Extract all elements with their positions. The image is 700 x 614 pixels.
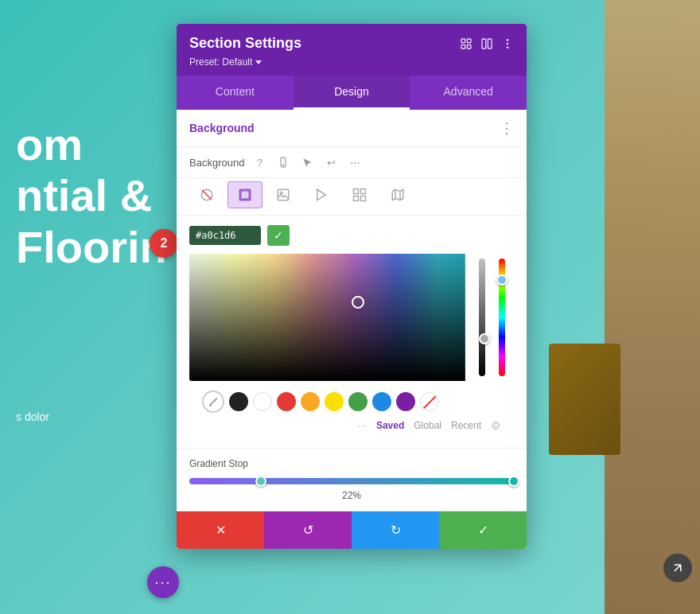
color-hex-input[interactable] xyxy=(189,226,261,245)
modal-header: Section Settings xyxy=(177,24,527,76)
wood-texture-right xyxy=(605,0,700,614)
bg-type-color[interactable] xyxy=(228,181,262,208)
more-vertical-icon[interactable] xyxy=(501,37,514,50)
gradient-stop-label: Gradient Stop xyxy=(189,458,514,469)
modal-footer: ✕ ↺ ↻ ✓ xyxy=(177,511,527,549)
svg-rect-14 xyxy=(242,192,249,199)
swatch-more-dots[interactable]: ··· xyxy=(357,419,367,432)
step-badge-2: 2 xyxy=(150,229,178,258)
swatch-red[interactable] xyxy=(277,392,296,411)
bg-type-none[interactable] xyxy=(189,181,224,208)
background-label: Background xyxy=(189,157,244,169)
redo-button[interactable]: ↻ xyxy=(352,511,439,549)
color-picker-area: ✓ xyxy=(177,216,527,448)
modal-title: Section Settings xyxy=(189,35,301,52)
background-section-title: Background xyxy=(189,122,255,134)
swatch-tab-saved[interactable]: Saved xyxy=(376,420,404,431)
bg-type-pattern[interactable] xyxy=(342,181,377,208)
color-input-row: ✓ xyxy=(189,225,514,246)
gradient-slider[interactable] xyxy=(189,476,514,487)
gradient-stop-section: Gradient Stop 22% xyxy=(177,448,527,511)
svg-rect-4 xyxy=(482,39,486,49)
tab-advanced[interactable]: Advanced xyxy=(410,76,527,110)
swatch-green[interactable] xyxy=(348,392,368,411)
undo-icon[interactable]: ↩ xyxy=(322,154,340,171)
svg-rect-5 xyxy=(488,39,492,49)
modal-header-icons xyxy=(460,37,514,50)
swatch-transparent[interactable] xyxy=(420,392,439,411)
alpha-slider[interactable] xyxy=(479,258,490,376)
swatch-white[interactable] xyxy=(253,392,272,411)
more-options-icon[interactable]: ⋯ xyxy=(346,154,364,171)
section-settings-modal: Section Settings xyxy=(177,24,527,549)
modal-body: Background ⋮ Background ? ↩ ⋯ xyxy=(177,110,527,549)
svg-point-10 xyxy=(283,165,284,165)
swatch-yellow[interactable] xyxy=(325,392,344,411)
dots-icon: ··· xyxy=(154,574,171,591)
swatch-settings-gear[interactable]: ⚙ xyxy=(491,419,501,432)
svg-point-7 xyxy=(507,42,509,45)
preset-label: Preset: Default xyxy=(189,56,252,68)
svg-point-6 xyxy=(507,39,509,41)
more-options-circle[interactable]: ··· xyxy=(147,566,179,598)
svg-rect-3 xyxy=(467,45,471,49)
svg-rect-15 xyxy=(278,189,289,200)
swatch-purple[interactable] xyxy=(396,392,415,411)
background-section-header: Background ⋮ xyxy=(177,110,527,147)
confirm-button[interactable]: ✓ xyxy=(439,511,527,549)
tab-design[interactable]: Design xyxy=(294,76,410,110)
svg-point-8 xyxy=(507,46,509,49)
color-gradient-canvas[interactable] xyxy=(189,254,514,381)
tab-content[interactable]: Content xyxy=(177,76,294,110)
svg-rect-0 xyxy=(461,39,465,43)
swatch-tabs-row: ··· Saved Global Recent ⚙ xyxy=(189,419,514,438)
mobile-icon[interactable] xyxy=(274,154,292,171)
svg-marker-17 xyxy=(317,189,326,200)
background-controls-row: Background ? ↩ ⋯ xyxy=(177,147,527,178)
bg-type-video[interactable] xyxy=(304,181,339,208)
background-type-row xyxy=(177,178,527,216)
svg-rect-21 xyxy=(361,196,366,201)
swatch-black[interactable] xyxy=(229,392,248,411)
subtext: s dolor xyxy=(16,410,49,423)
preset-arrow-down xyxy=(255,60,262,64)
cabinet-furniture xyxy=(549,344,620,455)
help-icon[interactable]: ? xyxy=(251,154,268,171)
swatch-tab-recent[interactable]: Recent xyxy=(451,420,481,431)
modal-tabs: Content Design Advanced xyxy=(177,76,527,110)
svg-rect-18 xyxy=(354,189,359,194)
swatch-blue[interactable] xyxy=(372,392,391,411)
swatch-orange[interactable] xyxy=(301,392,320,411)
hero-text: om ntial & Floorin xyxy=(0,119,167,273)
expand-icon[interactable] xyxy=(460,37,472,50)
svg-rect-2 xyxy=(461,45,465,49)
svg-point-16 xyxy=(280,192,282,194)
hue-slider[interactable] xyxy=(496,258,508,376)
swatches-row xyxy=(189,391,514,413)
cursor-icon[interactable] xyxy=(298,154,316,171)
diagonal-arrow-icon xyxy=(671,561,685,575)
bg-type-map[interactable] xyxy=(380,181,415,208)
eyedropper-button[interactable] xyxy=(202,391,224,413)
svg-rect-20 xyxy=(354,196,359,201)
section-more-icon[interactable]: ⋮ xyxy=(500,119,514,137)
swatch-tab-global[interactable]: Global xyxy=(414,420,441,431)
reset-button[interactable]: ↺ xyxy=(264,511,352,549)
color-picker-cursor[interactable] xyxy=(352,296,364,309)
svg-rect-1 xyxy=(467,39,471,43)
svg-line-12 xyxy=(202,190,212,200)
color-confirm-button[interactable]: ✓ xyxy=(267,225,290,246)
svg-rect-19 xyxy=(361,189,366,194)
cancel-button[interactable]: ✕ xyxy=(177,511,264,549)
bg-type-image[interactable] xyxy=(266,181,301,208)
gradient-percent-value: 22% xyxy=(189,490,514,501)
preset-selector[interactable]: Preset: Default xyxy=(189,56,514,68)
columns-icon[interactable] xyxy=(480,37,493,50)
navigate-arrow-circle[interactable] xyxy=(663,554,692,582)
